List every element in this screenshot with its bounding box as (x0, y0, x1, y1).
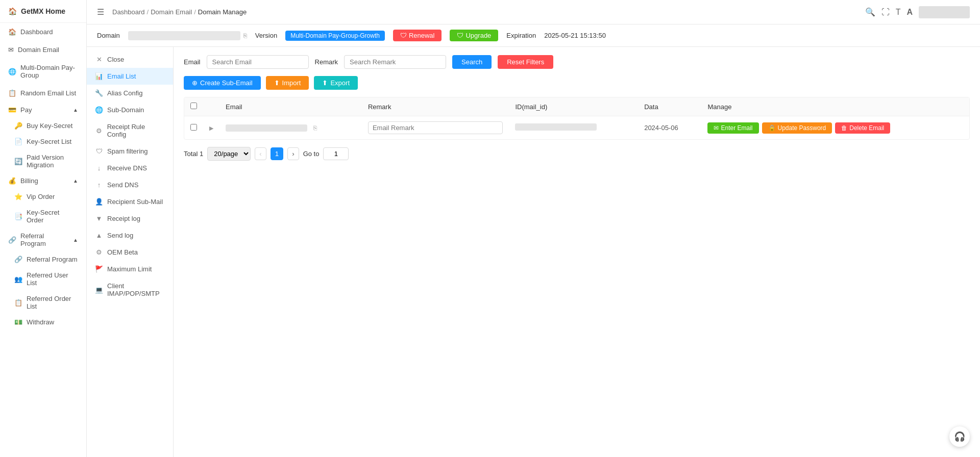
update-password-button[interactable]: 🔒 Update Password (762, 122, 832, 134)
remark-inline-input[interactable] (368, 121, 503, 134)
chevron-up-icon-2: ▲ (73, 178, 78, 184)
spam-icon: 🛡 (95, 147, 103, 155)
upgrade-button[interactable]: 🛡 Upgrade (450, 30, 498, 41)
translate-icon[interactable]: A (906, 8, 913, 17)
create-sub-email-button[interactable]: ⊕ Create Sub-Email (184, 76, 261, 90)
breadcrumb-sep-1: / (147, 8, 149, 16)
sub-nav-receipt-log[interactable]: ▼ Receipt log (87, 210, 173, 227)
sidebar-item-buy-key-secret[interactable]: 🔑 Buy Key-Secret (0, 118, 86, 134)
font-size-icon[interactable]: T (896, 8, 901, 17)
domain-label: Domain (97, 32, 120, 39)
sidebar-section-pay[interactable]: 💳 Pay ▲ (0, 102, 86, 118)
select-all-checkbox[interactable] (190, 103, 197, 109)
multi-domain-icon: 🌐 (8, 68, 16, 75)
prev-page-button[interactable]: ‹ (255, 147, 266, 160)
remark-search-input[interactable] (344, 55, 446, 69)
sidebar-item-paid-migration[interactable]: 🔄 Paid Version Migration (0, 149, 86, 173)
sidebar-logo[interactable]: 🏠 GetMX Home (0, 0, 86, 23)
dashboard-icon: 🏠 (8, 28, 16, 36)
breadcrumb: Dashboard / Domain Email / Domain Manage (112, 8, 247, 16)
select-all-header[interactable] (184, 97, 203, 116)
sidebar-item-label: Referred Order List (27, 295, 78, 310)
support-button[interactable]: 🎧 (949, 426, 970, 447)
sidebar-item-referred-order-list[interactable]: 📋 Referred Order List (0, 291, 86, 314)
sidebar-item-random-email[interactable]: 📋 Random Email List (0, 84, 86, 102)
email-search-input[interactable] (207, 55, 309, 69)
sidebar-item-referral-program[interactable]: 🔗 Referral Program (0, 251, 86, 267)
manage-column-header: Manage (701, 97, 969, 116)
sub-nav-email-list[interactable]: 📊 Email List (87, 68, 173, 85)
reset-filters-button[interactable]: Reset Filters (498, 55, 553, 69)
sub-nav-label: Receive DNS (107, 164, 147, 172)
sidebar-item-label: Multi-Domain Pay-Group (20, 64, 78, 79)
renewal-button[interactable]: 🛡 Renewal (393, 30, 442, 41)
sidebar-item-withdraw[interactable]: 💵 Withdraw (0, 314, 86, 330)
domain-bar: Domain ⎘ Version Multi-Domain Pay-Group-… (87, 24, 980, 47)
menu-toggle-icon[interactable]: ☰ (97, 7, 104, 17)
delete-email-button[interactable]: 🗑 Delete Email (835, 122, 890, 134)
sidebar-item-key-secret-order[interactable]: 📑 Key-Secret Order (0, 205, 86, 228)
import-button[interactable]: ⬆ Import (266, 76, 309, 90)
sub-nav-oem[interactable]: ⚙ OEM Beta (87, 244, 173, 261)
remark-cell[interactable] (362, 116, 509, 140)
manage-buttons: ✉ Enter Email 🔒 Update Password (707, 122, 963, 134)
search-button[interactable]: Search (452, 55, 492, 69)
sidebar-section-referral[interactable]: 🔗 Referral Program ▲ (0, 228, 86, 251)
id-value (515, 123, 597, 131)
panel-container: ✕ Close 📊 Email List 🔧 Alias Config 🌐 Su… (87, 47, 980, 457)
sidebar-item-label: Referral Program (27, 256, 78, 263)
send-log-icon: ▲ (95, 232, 103, 239)
row-expand-cell[interactable]: ▶ (203, 116, 219, 140)
row-checkbox-cell[interactable] (184, 116, 203, 140)
page-1-button[interactable]: 1 (271, 147, 283, 160)
sub-nav-send-dns[interactable]: ↑ Send DNS (87, 176, 173, 193)
breadcrumb-sep-2: / (194, 8, 196, 16)
sidebar-item-label: Pay (20, 106, 32, 114)
sub-nav-sub-domain[interactable]: 🌐 Sub-Domain (87, 101, 173, 118)
sidebar-item-referred-user-list[interactable]: 👥 Referred User List (0, 267, 86, 291)
sub-nav-close[interactable]: ✕ Close (87, 51, 173, 68)
expand-header (203, 97, 219, 116)
breadcrumb-domain-email[interactable]: Domain Email (151, 8, 192, 16)
email-filter-label: Email (184, 58, 201, 66)
sidebar-item-dashboard[interactable]: 🏠 Dashboard (0, 23, 86, 41)
sub-nav-spam-filtering[interactable]: 🛡 Spam filtering (87, 143, 173, 160)
copy-email-icon[interactable]: ⎘ (313, 124, 317, 132)
breadcrumb-dashboard[interactable]: Dashboard (112, 8, 145, 16)
domain-value: ⎘ (128, 31, 247, 40)
per-page-select[interactable]: 20/page 10/page 50/page (207, 147, 251, 161)
fullscreen-icon[interactable]: ⛶ (881, 8, 890, 17)
sidebar-item-label: Vip Order (27, 193, 55, 200)
sidebar-item-multi-domain[interactable]: 🌐 Multi-Domain Pay-Group (0, 59, 86, 84)
export-button[interactable]: ⬆ Export (314, 76, 358, 90)
sub-nav-send-log[interactable]: ▲ Send log (87, 227, 173, 244)
referral-sub-icon: 🔗 (14, 256, 22, 263)
sub-nav-receive-dns[interactable]: ↓ Receive DNS (87, 160, 173, 176)
sub-nav-maximum-limit[interactable]: 🚩 Maximum Limit (87, 261, 173, 277)
sidebar-item-label: Withdraw (27, 318, 54, 326)
goto-page-input[interactable] (323, 147, 349, 160)
sub-nav-recipient-sub-mail[interactable]: 👤 Recipient Sub-Mail (87, 193, 173, 210)
search-icon[interactable]: 🔍 (865, 7, 875, 17)
table-scroll[interactable]: Email Remark ID(mail_id) Data Manage ▶ (184, 97, 969, 139)
email-list-icon: 📊 (95, 72, 103, 80)
sidebar-item-domain-email[interactable]: ✉ Domain Email (0, 41, 86, 59)
copy-domain-icon[interactable]: ⎘ (243, 32, 247, 39)
sub-nav-client-imap[interactable]: 💻 Client IMAP/POP/SMTP (87, 277, 173, 302)
oem-icon: ⚙ (95, 248, 103, 256)
email-column-header: Email (219, 97, 362, 116)
manage-cell: ✉ Enter Email 🔒 Update Password (701, 116, 969, 140)
expand-row-icon[interactable]: ▶ (209, 125, 213, 131)
enter-email-button[interactable]: ✉ Enter Email (707, 122, 758, 134)
domain-email-icon: ✉ (8, 46, 14, 54)
sidebar-item-vip-order[interactable]: ⭐ Vip Order (0, 189, 86, 205)
headset-icon: 🎧 (954, 431, 965, 442)
sidebar-section-billing[interactable]: 💰 Billing ▲ (0, 173, 86, 189)
receive-dns-icon: ↓ (95, 164, 103, 172)
sub-nav-alias-config[interactable]: 🔧 Alias Config (87, 85, 173, 101)
next-page-button[interactable]: › (287, 147, 299, 160)
home-icon: 🏠 (8, 7, 17, 15)
row-checkbox[interactable] (190, 124, 197, 131)
sidebar-item-key-secret-list[interactable]: 📄 Key-Secret List (0, 134, 86, 149)
sub-nav-receipt-rule[interactable]: ⚙ Receipt Rule Config (87, 118, 173, 143)
